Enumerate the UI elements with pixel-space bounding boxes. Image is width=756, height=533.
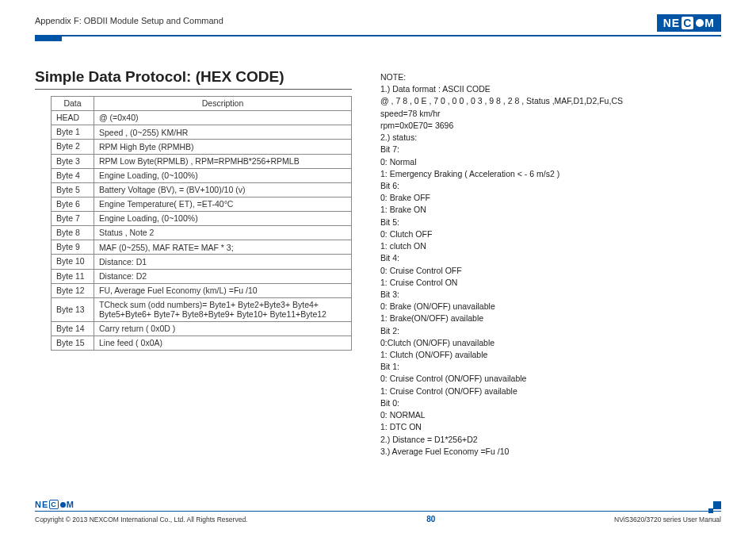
page-number: 80	[426, 515, 435, 523]
cell-data: Byte 1	[52, 125, 94, 140]
cell-desc: @ (=0x40)	[94, 111, 352, 125]
cell-desc: Distance: D1	[94, 255, 352, 269]
appendix-label: Appendix F: OBDII Module Setup and Comma…	[35, 14, 223, 25]
copyright-text: Copyright © 2013 NEXCOM International Co…	[35, 516, 247, 523]
th-desc: Description	[94, 97, 352, 111]
cell-data: Byte 8	[52, 226, 94, 240]
cell-data: Byte 15	[52, 336, 94, 351]
cell-desc: RPM Low Byte(RPMLB) , RPM=RPMHB*256+RPML…	[94, 154, 352, 168]
cell-data: Byte 6	[52, 197, 94, 211]
cell-data: Byte 9	[52, 240, 94, 255]
note-line: 1.) Data format : ASCII CODE	[380, 83, 721, 95]
logo-dot-icon	[696, 19, 704, 27]
table-row: Byte 5Battery Voltage (BV), = (BV+100)/1…	[52, 182, 352, 197]
cell-data: Byte 11	[52, 269, 94, 283]
cell-desc: Battery Voltage (BV), = (BV+100)/10 (v)	[94, 182, 352, 197]
cell-desc: Distance: D2	[94, 269, 352, 283]
cell-data: Byte 14	[52, 321, 94, 336]
page-header: Appendix F: OBDII Module Setup and Comma…	[35, 14, 721, 35]
table-row: Byte 9MAF (0~255), MAF RATE= MAF * 3;	[52, 240, 352, 255]
cell-data: HEAD	[52, 111, 94, 125]
header-rule	[35, 35, 721, 36]
cell-desc: FU, Average Fuel Economy (km/L) =Fu /10	[94, 283, 352, 297]
page-footer: NE C M Copyright © 2013 NEXCOM Internati…	[35, 500, 721, 523]
footer-logo-text-1: NE	[35, 500, 48, 509]
cell-desc: Engine Loading, (0~100%)	[94, 168, 352, 182]
table-header-row: Data Description	[52, 97, 352, 111]
th-data: Data	[52, 97, 94, 111]
footer-square-icon	[713, 501, 721, 509]
note-line: 1: Cruise Control ON	[380, 277, 721, 289]
table-row: Byte 13TCheck sum (odd numbers)= Byte1+ …	[52, 297, 352, 321]
cell-desc: Engine Loading, (0~100%)	[94, 212, 352, 226]
table-row: HEAD@ (=0x40)	[52, 111, 352, 125]
cell-data: Byte 10	[52, 255, 94, 269]
footer-logo-text-2: C	[49, 500, 59, 509]
footer-square-small-icon	[708, 508, 713, 513]
note-line: Bit 6:	[380, 180, 721, 192]
logo-text-2: C	[682, 17, 693, 29]
note-line: 2.) status:	[380, 132, 721, 144]
footer-logo: NE C M	[35, 500, 721, 509]
table-row: Byte 12FU, Average Fuel Economy (km/L) =…	[52, 283, 352, 297]
footer-logo-text-3: M	[67, 500, 74, 509]
cell-desc: Engine Temperature( ET), =ET-40°C	[94, 197, 352, 211]
logo-text-1: NE	[663, 17, 680, 29]
table-row: Byte 7Engine Loading, (0~100%)	[52, 212, 352, 226]
table-row: Byte 3RPM Low Byte(RPMLB) , RPM=RPMHB*25…	[52, 154, 352, 168]
note-line: Bit 3:	[380, 289, 721, 301]
cell-data: Byte 7	[52, 212, 94, 226]
table-row: Byte 6Engine Temperature( ET), =ET-40°C	[52, 197, 352, 211]
cell-desc: Status , Note 2	[94, 226, 352, 240]
note-line: 2.) Distance = D1*256+D2	[380, 434, 721, 446]
cell-data: Byte 5	[52, 182, 94, 197]
table-row: Byte 14Carry return ( 0x0D )	[52, 321, 352, 336]
cell-desc: RPM High Byte (RPMHB)	[94, 140, 352, 154]
cell-desc: Speed , (0~255) KM/HR	[94, 125, 352, 140]
table-row: Byte 11Distance: D2	[52, 269, 352, 283]
cell-data: Byte 3	[52, 154, 94, 168]
cell-data: Byte 12	[52, 283, 94, 297]
table-row: Byte 1Speed , (0~255) KM/HR	[52, 125, 352, 140]
note-line: 1: Cruise Control (ON/OFF) available	[380, 385, 721, 397]
manual-name: NViS3620/3720 series User Manual	[614, 516, 721, 523]
cell-data: Byte 2	[52, 140, 94, 154]
logo-text-3: M	[704, 17, 715, 29]
cell-data: Byte 4	[52, 168, 94, 182]
footer-row: Copyright © 2013 NEXCOM International Co…	[35, 515, 721, 523]
cell-desc: TCheck sum (odd numbers)= Byte1+ Byte2+B…	[94, 297, 352, 321]
note-line: 0: Cruise Control (ON/OFF) unavailable	[380, 373, 721, 385]
table-row: Byte 2RPM High Byte (RPMHB)	[52, 140, 352, 154]
left-column: Simple Data Protocol: (HEX CODE) Data De…	[35, 68, 352, 458]
note-line: Bit 1:	[380, 361, 721, 373]
note-line: 1: clutch ON	[380, 240, 721, 252]
note-line: 0: Cruise Control OFF	[380, 265, 721, 277]
note-line: 1: Emergency Braking ( Acceleration < - …	[380, 168, 721, 180]
protocol-table: Data Description HEAD@ (=0x40)Byte 1Spee…	[51, 96, 352, 351]
footer-rule	[35, 511, 721, 512]
brand-logo: NE C M	[657, 14, 721, 32]
note-line: 0: Normal	[380, 156, 721, 168]
footer-logo-dot-icon	[60, 502, 66, 508]
table-row: Byte 4Engine Loading, (0~100%)	[52, 168, 352, 182]
note-line: @ , 7 8 , 0 E , 7 0 , 0 0 , 0 3 , 9 8 , …	[380, 95, 721, 107]
note-line: Bit 7:	[380, 144, 721, 155]
cell-desc: Line feed ( 0x0A)	[94, 336, 352, 351]
note-line: 0: Brake (ON/OFF) unavailable	[380, 301, 721, 313]
note-line: 0: Clutch OFF	[380, 228, 721, 240]
cell-desc: MAF (0~255), MAF RATE= MAF * 3;	[94, 240, 352, 255]
note-line: 0: NORMAL	[380, 409, 721, 421]
note-line: NOTE:	[380, 71, 721, 83]
notes-column: NOTE:1.) Data format : ASCII CODE@ , 7 8…	[380, 68, 721, 458]
page-title: Simple Data Protocol: (HEX CODE)	[35, 68, 352, 90]
cell-desc: Carry return ( 0x0D )	[94, 321, 352, 336]
note-line: Bit 4:	[380, 252, 721, 264]
note-line: Bit 5:	[380, 217, 721, 228]
cell-data: Byte 13	[52, 297, 94, 321]
table-row: Byte 15Line feed ( 0x0A)	[52, 336, 352, 351]
note-line: 1: Brake(ON/OFF) available	[380, 313, 721, 324]
note-line: 1: Clutch (ON/OFF) available	[380, 349, 721, 361]
note-line: 1: DTC ON	[380, 421, 721, 433]
note-line: speed=78 km/hr	[380, 108, 721, 120]
note-line: 0:Clutch (ON/OFF) unavailable	[380, 337, 721, 349]
